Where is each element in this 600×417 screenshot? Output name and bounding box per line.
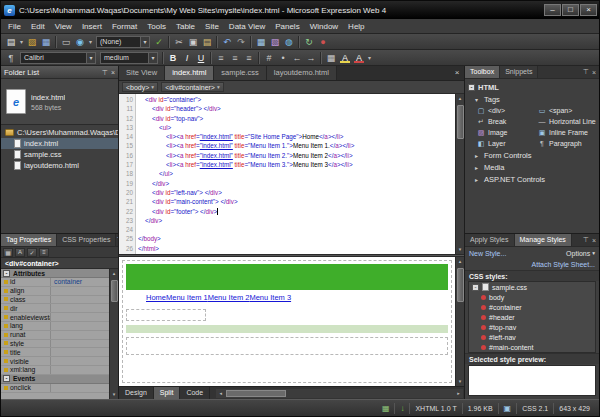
toolbox-item-layer[interactable]: ◧Layer (477, 138, 538, 149)
menu-window[interactable]: Window (305, 19, 343, 34)
tree-root-item[interactable]: C:\Users\Muhammad.Waqas\Documents\M (1, 127, 118, 138)
design-scrollbar[interactable]: ▴ ▾ (455, 257, 464, 386)
print-button[interactable]: ▭ (59, 35, 73, 48)
design-nav-link-menu-item-3[interactable]: Menu Item 3 (249, 293, 291, 302)
font-family-dropdown[interactable]: Calibri▾ (20, 52, 96, 64)
tree-item-layoutdemo-html[interactable]: layoutdemo.html (1, 160, 118, 171)
design-view[interactable]: HomeMenu Item 1Menu Item 2Menu Item 3 ▴ … (119, 257, 464, 386)
attribute-row-dir[interactable]: dir (1, 304, 109, 313)
copy-button[interactable]: ▣ (186, 35, 200, 48)
spelling-button[interactable]: ✓ (152, 35, 166, 48)
menu-tools[interactable]: Tools (142, 19, 171, 34)
menu-panels[interactable]: Panels (270, 19, 304, 34)
options-button[interactable]: Options▾ (566, 250, 595, 257)
close-icon[interactable]: × (592, 69, 596, 76)
toolbox-html-root[interactable]: -HTML (465, 81, 599, 93)
align-right-button[interactable]: ≡ (242, 51, 256, 64)
close-button[interactable]: × (580, 4, 597, 16)
indent-button[interactable]: → (304, 51, 318, 64)
chevron-down-icon[interactable]: ▾ (148, 53, 157, 63)
insert-table-button[interactable]: ▦ (254, 35, 268, 48)
underline-button[interactable]: U (194, 51, 208, 64)
menu-table[interactable]: Table (171, 19, 200, 34)
document-tab-sample-css[interactable]: sample.css (214, 66, 267, 80)
tab-css-properties[interactable]: CSS Properties (57, 234, 116, 246)
design-top-nav[interactable]: HomeMenu Item 1Menu Item 2Menu Item 3 (126, 293, 448, 305)
style-item-body[interactable]: body (469, 292, 595, 302)
toolbox-item-horizontal-line[interactable]: —Horizontal Line (538, 116, 599, 127)
tree-item-index-html[interactable]: index.html (1, 138, 118, 149)
horizontal-scrollbar[interactable]: ◂ ▸ (216, 389, 463, 398)
style-application-button[interactable]: ¶ (4, 51, 18, 64)
style-application-icon-item[interactable]: ▣ (498, 403, 517, 414)
open-folder-button[interactable]: ▨ (25, 35, 39, 48)
design-main-content-div[interactable] (126, 325, 448, 333)
insert-hyperlink-button[interactable]: ◍ (282, 35, 296, 48)
tag-selector-div-container[interactable]: <div#container>▾ (161, 82, 224, 92)
attribute-row-lang[interactable]: lang (1, 322, 109, 331)
design-header-div[interactable] (126, 264, 448, 290)
section-events[interactable]: -Events (1, 375, 109, 384)
chevron-down-icon[interactable]: ▾ (140, 37, 149, 47)
paste-button[interactable]: ▤ (200, 35, 214, 48)
font-color-button[interactable]: A (352, 51, 366, 64)
menu-format[interactable]: Format (107, 19, 142, 34)
close-document-button[interactable]: × (450, 66, 464, 80)
design-canvas[interactable]: HomeMenu Item 1Menu Item 2Menu Item 3 (119, 257, 455, 386)
collapse-icon[interactable]: - (3, 270, 10, 277)
toolbox-item-image[interactable]: ▨Image (477, 127, 538, 138)
code-view-button[interactable]: Code (180, 387, 210, 399)
download-statistics-icon-item[interactable]: ↓ (394, 403, 409, 414)
scrollbar-thumb[interactable] (111, 280, 118, 302)
scroll-right-icon[interactable]: ▸ (454, 390, 463, 396)
toolbox-group-form-controls[interactable]: ▸Form Controls (465, 149, 599, 161)
visual-aids-icon-item[interactable]: ▦ (377, 403, 395, 414)
design-container-div[interactable]: HomeMenu Item 1Menu Item 2Menu Item 3 (122, 260, 452, 383)
code-view[interactable]: 1011121314151617181920212223242526 <div … (119, 94, 464, 254)
scroll-up-icon[interactable]: ▴ (110, 269, 119, 278)
dropdown-arrow-icon[interactable]: ▾ (18, 38, 25, 45)
attribute-row-onclick[interactable]: onclick (1, 384, 109, 393)
tab-tag-properties[interactable]: Tag Properties (1, 234, 57, 246)
menu-insert[interactable]: Insert (77, 19, 107, 34)
section-attributes[interactable]: -Attributes (1, 269, 109, 278)
menu-file[interactable]: File (3, 19, 26, 34)
menu-site[interactable]: Site (200, 19, 224, 34)
stylesheet-item[interactable]: -sample.css (469, 282, 595, 292)
toolbox-item-div[interactable]: ▢<div> (477, 105, 538, 116)
scrollbar-thumb[interactable] (457, 105, 464, 139)
style-item-header[interactable]: #header (469, 312, 595, 322)
tree-item-sample-css[interactable]: sample.css (1, 149, 118, 160)
toolbox-item-paragraph[interactable]: ¶Paragraph (538, 138, 599, 149)
chevron-down-icon[interactable]: ▾ (86, 53, 95, 63)
scroll-left-icon[interactable]: ◂ (216, 390, 225, 396)
dropdown-arrow-icon[interactable]: ▾ (366, 54, 373, 61)
attribute-row-runat[interactable]: runat (1, 331, 109, 340)
style-item-top-nav[interactable]: #top-nav (469, 322, 595, 332)
style-item-main-content[interactable]: #main-content (469, 342, 595, 352)
attribute-row-xml-lang[interactable]: xml:lang (1, 366, 109, 375)
scroll-down-icon[interactable]: ▾ (110, 390, 119, 399)
collapse-icon[interactable]: - (468, 84, 475, 91)
pin-icon[interactable]: ⊤ (102, 69, 108, 76)
scrollbar-thumb[interactable] (457, 268, 464, 302)
tag-selector-body[interactable]: <body>▾ (122, 82, 158, 92)
align-left-button[interactable]: ≡ (214, 51, 228, 64)
toolbox-item-break[interactable]: ↵Break (477, 116, 538, 127)
menu-edit[interactable]: Edit (26, 19, 50, 34)
bold-button[interactable]: B (166, 51, 180, 64)
design-nav-link-home[interactable]: Home (146, 293, 166, 302)
preview-in-browser-button[interactable]: ◉ (73, 35, 87, 48)
style-dropdown[interactable]: (None)▾ (96, 36, 150, 48)
tab-apply-styles[interactable]: Apply Styles (465, 234, 515, 246)
italic-button[interactable]: I (180, 51, 194, 64)
attribute-row-visible[interactable]: visible (1, 357, 109, 366)
menu-data-view[interactable]: Data View (224, 19, 270, 34)
split-view-button[interactable]: Split (154, 387, 181, 399)
new-style-link[interactable]: New Style... (469, 250, 506, 257)
attribute-row-title[interactable]: title (1, 348, 109, 357)
attribute-row-class[interactable]: class (1, 296, 109, 305)
document-tab-index-html[interactable]: index.html (165, 66, 214, 80)
new-document-button[interactable]: ▤ (4, 35, 18, 48)
attribute-row-id[interactable]: idcontainer (1, 278, 109, 287)
